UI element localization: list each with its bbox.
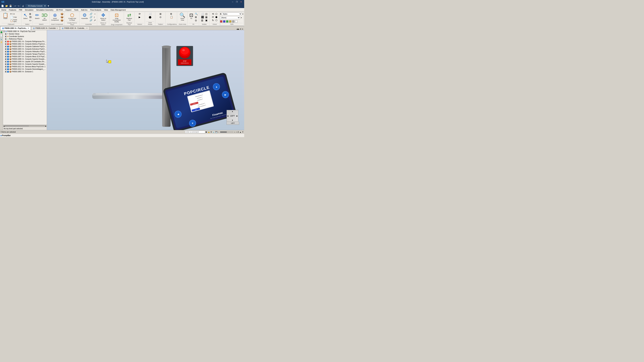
select-fence-button[interactable]: ▭ <box>29 19 32 22</box>
titlebar-controls[interactable]: ─ ❐ ✕ <box>231 1 243 3</box>
tree-1012-expand[interactable]: ▶ <box>5 68 7 70</box>
replace-part-button[interactable]: ⇄ ReplacePart <box>126 12 133 21</box>
tree-1001-expand[interactable]: ▶ <box>5 41 7 42</box>
navcube-arrow-down[interactable]: ▼ <box>232 119 233 121</box>
mode-sub2[interactable]: ⬛ <box>200 15 204 18</box>
doc-tab-1[interactable]: ⊞ FN500-1000 / A - PopCircle... ✕ <box>0 26 31 30</box>
tree-item-1008[interactable]: ▶ 🟦 📦 FN500-1008 / A - Conjunto Suporte … <box>3 58 47 60</box>
tree-1002-expand[interactable]: ▶ <box>5 43 7 45</box>
qa-new-button[interactable]: 📄 <box>1 4 4 7</box>
doc-tab-2[interactable]: ⊞ FN500-4149 / A - Controller ✕ <box>31 26 60 30</box>
select-all-button[interactable]: ⊞ <box>29 12 32 15</box>
tree-item-1012[interactable]: ▶ 🟦 📦 FN500-1012 / A - Conjunto Desmolda… <box>3 68 47 70</box>
mode-sub5[interactable]: ▦ <box>205 15 208 18</box>
mode-sub4[interactable]: ◫ <box>205 12 208 15</box>
assemble-sub6[interactable]: ↗ <box>93 19 96 22</box>
3d-viewport[interactable]: STOP EMERGÊNCIA POPCIRCLE <box>47 30 244 130</box>
insert-sub-button3[interactable]: 📦 <box>60 19 64 22</box>
select-chain-button[interactable]: ⛓ <box>29 15 32 18</box>
tree-1009-expand[interactable]: ▶ <box>5 61 7 62</box>
menu-view[interactable]: View <box>103 8 109 11</box>
doc-tab-3-close[interactable]: ✕ <box>86 27 88 29</box>
panel-icon-sensors[interactable]: 📡 <box>0 37 3 40</box>
orient-sub6[interactable]: ⎔ <box>215 19 218 22</box>
fit-sub3[interactable]: ◎ <box>194 19 198 22</box>
insert-component-button[interactable]: ⊕ InsertComponent <box>50 12 60 21</box>
tree-1006-expand[interactable]: ▶ <box>5 53 7 55</box>
mode-sub6[interactable]: ▣ <box>205 19 208 22</box>
tree-item-1011[interactable]: ▶ 🟦 📦 FN500-1011 / A - Sensora Mesa PopC… <box>3 65 47 68</box>
sidebar-scrollbar[interactable]: ◀ ▶ <box>3 125 47 127</box>
tree-item-1009[interactable]: ▶ 🟦 📦 FN500-1009 / A - Liquido 28 Cavida… <box>3 60 47 63</box>
menu-pmi[interactable]: PMI <box>18 8 24 11</box>
orient-sub2[interactable]: ⟳ <box>212 15 214 18</box>
tree-item-1004[interactable]: ▶ 🟦 📦 FN500-1004 / A - Conjunto Estrutur… <box>3 48 47 50</box>
menu-features[interactable]: Features <box>8 8 18 11</box>
tree-refplane-expand[interactable]: ▶ <box>5 38 7 40</box>
tree-1011-expand[interactable]: ▶ <box>5 66 7 67</box>
zoom-slider[interactable] <box>220 131 234 133</box>
tree-item-1800[interactable]: ▶ 🟦 📦 FN500-1800 / A - Extractor:1 <box>3 70 47 73</box>
styles-dropdown2-arrow[interactable]: ▼ <box>240 17 242 18</box>
tree-item-1001[interactable]: ▶ 🟥 📦 FN500-1001 / A - Conjunto Refriger… <box>3 40 47 43</box>
navigation-cube[interactable]: ▲ ◀ ▶ ▼ LEFT LEFT <box>226 110 239 125</box>
menu-addins[interactable]: Add-Ins <box>80 8 89 11</box>
insert-sub-button2[interactable]: 📦 <box>60 15 64 18</box>
doc-tab-2-close[interactable]: ✕ <box>56 27 58 29</box>
tree-root-expand[interactable]: ▼ <box>3 31 5 32</box>
close-view-button[interactable]: ✕ <box>242 131 244 133</box>
motor-sub2[interactable]: ▶ <box>138 15 141 18</box>
color-swatch-yellow[interactable] <box>229 20 232 23</box>
create-part-button[interactable]: ⬡ Create PartIn-Place <box>68 12 77 21</box>
menu-simulation[interactable]: Simulation <box>24 8 35 11</box>
panel-icon-layers[interactable]: 📑 <box>0 34 3 37</box>
doc-tab-3[interactable]: ⊞ FN500-4150 / A - Controlle... ✕ <box>60 26 90 30</box>
mode-sub3[interactable]: ▥ <box>200 19 204 22</box>
doc-tab-1-close[interactable]: ✕ <box>28 27 29 29</box>
tree-1003-expand[interactable]: ▶ <box>5 46 7 47</box>
scroll-left[interactable]: ◀ <box>3 125 4 127</box>
fit-sub1[interactable]: 🔍 <box>194 12 198 15</box>
insert-sub-button1[interactable]: 📦 <box>60 12 64 15</box>
zoom-out-button[interactable]: ─ <box>218 131 219 133</box>
mode-sub1[interactable]: ⬜ <box>200 12 204 15</box>
tree-1008-expand[interactable]: ▶ <box>5 58 7 60</box>
navcube-arrow-left[interactable]: ◀ <box>227 115 228 117</box>
tree-item-1006[interactable]: ▶ 🟦 📦 FN500-1006 / A - Conjunto Tanque P… <box>3 53 47 55</box>
text-size-a-small[interactable]: A <box>236 131 237 133</box>
qa-save-button[interactable]: 💾 <box>9 4 12 7</box>
orient-sub1[interactable]: ⟲ <box>212 12 214 15</box>
copy-button[interactable]: 📄Copy <box>10 15 20 18</box>
tree-item-1002[interactable]: ▶ 🟥 📦 FN500-1002 / A - Conjunto Eletrico… <box>3 43 47 45</box>
move-on-select-button[interactable]: ✥ Move onSelect <box>100 12 107 21</box>
tab-nav-next[interactable]: ▶ <box>238 28 240 30</box>
qa-print-button[interactable]: 🖨 <box>22 4 25 7</box>
panel-icon-sim[interactable]: ⚡ <box>0 41 3 43</box>
fit-sub2[interactable]: ⊞ <box>194 15 198 18</box>
select-button[interactable]: ↖ Select <box>22 12 28 20</box>
qa-undo-button[interactable]: ↩ <box>14 4 17 7</box>
tree-item-1005[interactable]: ▶ 🟦 📦 FN500-1005 / A - Conjunto Hidrauli… <box>3 50 47 53</box>
pattern-sub1[interactable]: ⊞ <box>159 12 162 15</box>
paste-button[interactable]: 📋 Paste <box>2 12 9 20</box>
orient-sub3[interactable]: ↻ <box>212 19 214 22</box>
sketch-button[interactable]: ✏ Sketch <box>34 12 40 20</box>
styles-dropdown-arrow[interactable]: ▼ <box>242 13 244 15</box>
motor-sub1[interactable]: ⟳ <box>138 12 141 15</box>
tree-1800-expand[interactable]: ▶ <box>5 71 7 72</box>
tree-root[interactable]: ▼ ⊞ FN500-1000 / A - PopCircle Top Level <box>3 30 47 33</box>
tree-item-1003[interactable]: ▶ 🟦 📦 FN500-1003 / A - Conjunto Gabinete… <box>3 45 47 48</box>
assemble-sub1[interactable]: 🔗 <box>89 12 93 15</box>
color-swatch-green[interactable] <box>226 20 228 23</box>
panel-icon-tree[interactable]: 🌲 <box>0 31 3 33</box>
command-arrow[interactable]: ▶ <box>206 131 207 133</box>
tree-item-1007[interactable]: ▶ 🟦 📦 FN500-1007 / A - Conjunto Mesa 32.… <box>3 55 47 58</box>
tree-ref-planes[interactable]: ▶ ▭ Reference Planes <box>3 38 47 40</box>
assemble-button[interactable]: ⚙ Assemble <box>80 12 89 20</box>
tree-1004-expand[interactable]: ▶ <box>5 48 7 50</box>
facerelate-sub1[interactable]: ⬜ <box>148 12 152 15</box>
orient-sub4[interactable]: ⬡ <box>215 12 218 15</box>
tree-section-views[interactable]: ▶ ✦ Section Views <box>3 33 47 35</box>
menu-sim-geom[interactable]: Simulation Geometry <box>35 8 55 11</box>
tab-nav-close[interactable]: ✕ <box>242 28 243 30</box>
